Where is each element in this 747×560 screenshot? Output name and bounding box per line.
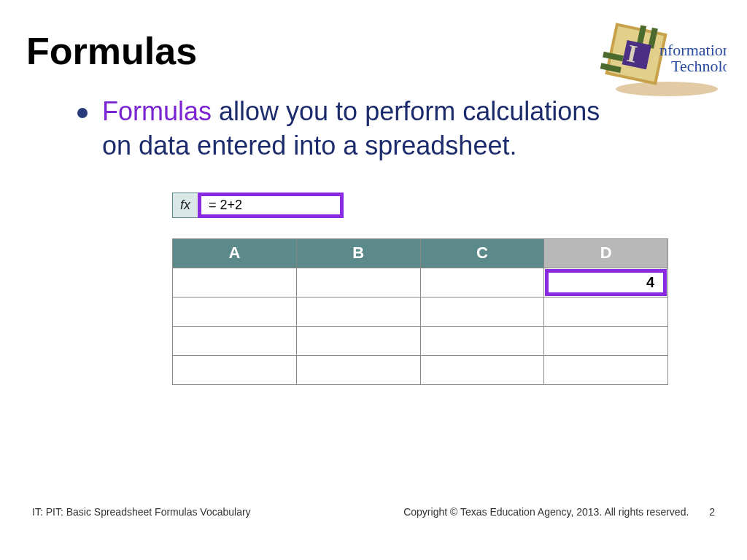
column-header-row: A B C D: [173, 238, 668, 268]
svg-text:Technology: Technology: [671, 57, 727, 75]
cell[interactable]: [173, 355, 297, 384]
cell[interactable]: [544, 355, 668, 384]
spreadsheet-grid: A B C D 4: [172, 238, 668, 385]
cell[interactable]: [420, 326, 544, 355]
cell[interactable]: [173, 326, 297, 355]
bullet-item: Formulas allow you to perform calculatio…: [77, 95, 633, 163]
table-row: [173, 297, 668, 326]
table-row: 4: [173, 268, 668, 297]
bullet-dot-icon: [77, 108, 88, 118]
bullet-text: Formulas allow you to perform calculatio…: [102, 95, 633, 163]
cell[interactable]: [544, 297, 668, 326]
cell[interactable]: [420, 355, 544, 384]
cell-result[interactable]: 4: [544, 268, 668, 297]
slide-footer: IT: PIT: Basic Spreadsheet Formulas Voca…: [0, 506, 747, 518]
logo-information-technology: I nformation Technology: [581, 22, 727, 102]
footer-left: IT: PIT: Basic Spreadsheet Formulas Voca…: [32, 506, 251, 518]
cell[interactable]: [544, 326, 668, 355]
column-header-c[interactable]: C: [420, 238, 544, 268]
cell[interactable]: [296, 268, 420, 297]
formula-input[interactable]: = 2+2: [198, 192, 344, 218]
cell[interactable]: [420, 297, 544, 326]
cell[interactable]: [296, 297, 420, 326]
slide: Formulas I nformation Technology Formula…: [0, 0, 747, 560]
svg-point-0: [616, 82, 718, 96]
result-highlight: 4: [545, 269, 667, 296]
table-row: [173, 355, 668, 384]
formula-bar: fx = 2+2: [172, 192, 721, 218]
fx-label: fx: [172, 192, 198, 218]
column-header-a[interactable]: A: [173, 238, 297, 268]
cell[interactable]: [173, 297, 297, 326]
cell[interactable]: [420, 268, 544, 297]
result-value: 4: [646, 274, 654, 291]
cell[interactable]: [173, 268, 297, 297]
column-header-b[interactable]: B: [296, 238, 420, 268]
page-number: 2: [709, 506, 715, 518]
footer-right-group: Copyright © Texas Education Agency, 2013…: [403, 506, 715, 518]
footer-copyright: Copyright © Texas Education Agency, 2013…: [403, 506, 689, 518]
cell[interactable]: [296, 326, 420, 355]
bullet-emphasis: Formulas: [102, 96, 212, 126]
column-header-d[interactable]: D: [544, 238, 668, 268]
table-row: [173, 326, 668, 355]
cell[interactable]: [296, 355, 420, 384]
